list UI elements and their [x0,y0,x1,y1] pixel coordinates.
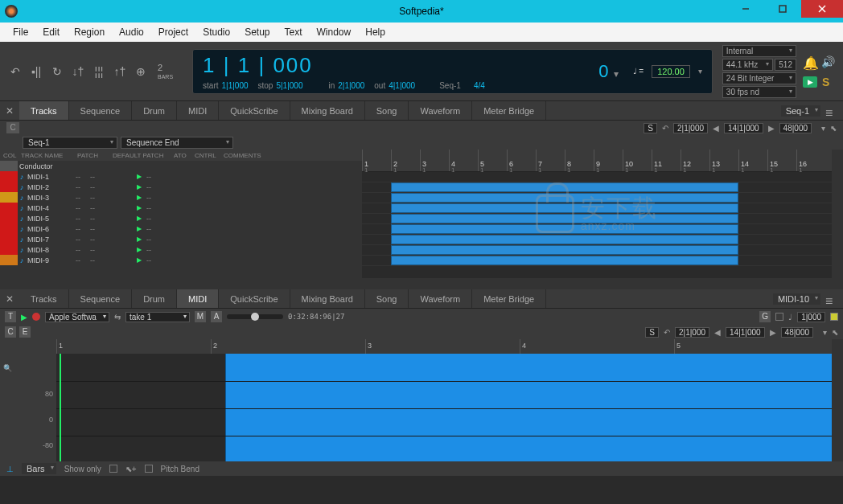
menu-file[interactable]: File [6,25,35,39]
menu-region[interactable]: Region [68,25,111,39]
track-row[interactable]: ♪ MIDI-1 ---- ▶ -- [0,171,362,182]
ltab-mixingboard[interactable]: Mixing Board [290,289,365,308]
menu-setup[interactable]: Setup [238,25,276,39]
in-value[interactable]: 2|1|000 [338,81,364,90]
ltab-tracks[interactable]: Tracks [19,289,69,308]
track-row[interactable]: ♪ MIDI-9 ---- ▶ -- [0,255,362,265]
secondary-counter[interactable]: 0 ▾ [598,61,618,82]
track-row[interactable]: ♪ MIDI-5 ---- ▶ -- [0,213,362,223]
track-lane[interactable] [362,256,832,266]
track-play-icon[interactable]: ▶ [134,194,142,201]
minimize-button[interactable] [727,0,764,18]
track-lane[interactable] [362,172,832,182]
tab-tracks[interactable]: Tracks [19,101,69,120]
play-button[interactable]: ▶ [803,76,817,88]
midi-track-selector[interactable]: MIDI-10 [773,293,820,305]
m-button[interactable]: M [195,311,206,322]
loop-icon[interactable]: ↻ [50,64,64,79]
buffer-value[interactable]: 512 [775,59,796,71]
close-pane-icon[interactable]: ✕ [0,105,19,117]
undo-arrow-icon[interactable]: ↶ [662,124,668,133]
right-arrow-icon[interactable]: ▶ [768,124,775,133]
zoom-slider[interactable] [227,314,283,319]
track-play-icon[interactable]: ▶ [134,236,142,243]
link-icon[interactable]: ⇆ [114,313,121,322]
track-lane[interactable] [362,182,832,193]
track-lane[interactable] [362,245,832,256]
track-row[interactable]: ♪ MIDI-3 ---- ▶ -- [0,192,362,203]
ltab-midi[interactable]: MIDI [177,289,219,308]
conductor-row[interactable]: Conductor [0,161,362,171]
track-play-icon[interactable]: ▶ [134,246,142,253]
ltab-song[interactable]: Song [365,289,409,308]
midi-s-button[interactable]: S [645,327,659,338]
ltab-drum[interactable]: Drum [132,289,177,308]
track-play-icon[interactable]: ▶ [134,256,142,264]
tool-arrow-icon[interactable]: ▾ [821,124,825,133]
track-row[interactable]: ♪ MIDI-4 ---- ▶ -- [0,203,362,213]
midi-play-icon[interactable]: ▶ [21,313,27,322]
midi-clip[interactable] [391,203,738,213]
g-checkbox[interactable] [775,313,783,321]
close-lower-pane-icon[interactable]: ✕ [0,293,19,305]
ltab-waveform[interactable]: Waveform [409,289,472,308]
left-arrow-icon[interactable]: ◀ [713,124,719,133]
menu-help[interactable]: Help [359,25,392,39]
menu-project[interactable]: Project [152,25,195,39]
midi-pointer-icon[interactable]: ⬉ [832,328,838,337]
showonly-checkbox[interactable] [109,465,117,473]
midi-clip[interactable] [391,224,738,234]
g-button[interactable]: G [759,311,771,322]
track-row[interactable]: ♪ MIDI-2 ---- ▶ -- [0,182,362,192]
c-button[interactable]: C [6,122,19,133]
menu-studio[interactable]: Studio [196,25,236,39]
tempo-value[interactable]: 120.00 [652,65,690,78]
left-tool-zoom-icon[interactable]: 🔍 [3,364,53,372]
snap-icon[interactable]: ⊥ [6,465,14,473]
click-icon[interactable]: 🔊 [820,55,835,69]
loc2[interactable]: 14|1|000 [724,123,763,133]
bars-dropdown[interactable]: Bars [22,463,56,474]
lower-menu-icon[interactable]: ≡ [825,294,837,304]
sequence-dropdown[interactable]: Seq-1 [23,137,117,149]
seq-selector[interactable]: Seq-1 [781,105,820,117]
seq-label[interactable]: Seq-1 [439,81,461,90]
sequence-end-dropdown[interactable]: Sequence End [121,137,233,149]
bitdepth-dropdown[interactable]: 24 Bit Integer [722,72,796,84]
tab-mixingboard[interactable]: Mixing Board [290,101,365,120]
tab-meterbridge[interactable]: Meter Bridge [472,101,546,120]
ltab-meterbridge[interactable]: Meter Bridge [472,289,546,308]
vertical-scrollbar[interactable] [832,150,843,278]
menu-icon[interactable]: ≡ [825,106,837,116]
midi-clip[interactable] [391,182,738,192]
track-lane[interactable] [362,193,832,203]
track-row[interactable]: ♪ MIDI-6 ---- ▶ -- [0,223,362,234]
midi-loc3[interactable]: 48|000 [781,327,813,338]
midi-pos[interactable]: 1|000 [797,312,825,322]
solo-s-button[interactable]: S [644,123,657,133]
track-lane[interactable] [362,224,832,235]
menu-audio[interactable]: Audio [113,25,150,39]
midi-clip[interactable] [391,193,738,203]
instrument-dropdown[interactable]: Apple Softwa [45,312,109,322]
track-row[interactable]: ♪ MIDI-8 ---- ▶ -- [0,244,362,255]
start-value[interactable]: 1|1|000 [222,81,249,90]
midi-tool-icon[interactable]: ▾ [823,328,827,337]
menu-window[interactable]: Window [310,25,358,39]
cursor-icon[interactable]: ⬉+ [125,465,137,473]
track-lane[interactable] [362,214,832,224]
track-lane[interactable] [362,235,832,245]
loc1[interactable]: 2|1|000 [673,123,708,133]
midi-clip[interactable] [391,256,738,265]
pointer-icon[interactable]: ⬉ [830,124,837,133]
midi-clip[interactable] [391,214,738,223]
track-lane[interactable] [362,203,832,214]
track-play-icon[interactable]: ▶ [134,173,142,180]
midi-record-icon[interactable] [32,313,40,321]
menu-text[interactable]: Text [278,25,309,39]
ltab-quickscribe[interactable]: QuickScribe [219,289,290,308]
playhead[interactable] [60,354,61,461]
midi-vertical-scrollbar[interactable] [832,339,843,461]
timeline-area[interactable]: 112131415161718191101111121131141151161 … [362,150,832,278]
track-row[interactable]: ♪ MIDI-7 ---- ▶ -- [0,234,362,244]
